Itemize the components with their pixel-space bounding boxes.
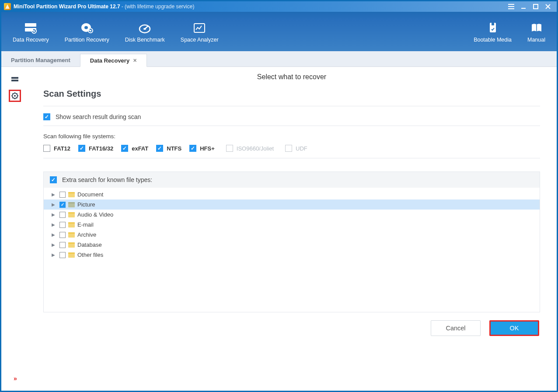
ribbon-label: Space Analyzer: [181, 37, 219, 43]
fs-item-fat16-32: FAT16/32: [78, 145, 113, 152]
space-analyzer-icon: [193, 22, 206, 34]
file-types-panel: Extra search for known file types: ▶Docu…: [43, 172, 540, 312]
fs-item-exfat: exFAT: [121, 145, 148, 152]
svg-rect-12: [11, 77, 18, 79]
close-icon[interactable]: [544, 3, 551, 10]
show-result-row: Show search result during scan: [43, 113, 540, 120]
menu-icon[interactable]: [508, 3, 515, 10]
svg-point-15: [14, 95, 16, 97]
chevron-right-icon[interactable]: ▶: [52, 212, 57, 217]
ribbon-disk-benchmark[interactable]: Disk Benchmark: [117, 18, 173, 45]
fs-item-ntfs: NTFS: [156, 145, 181, 152]
tab-label: Data Recovery: [90, 57, 129, 64]
folder-icon: [68, 212, 75, 217]
sidebar-expand-icon[interactable]: »: [14, 375, 16, 382]
chevron-right-icon[interactable]: ▶: [52, 222, 57, 227]
fs-label-text: ISO9660/Joliet: [237, 145, 274, 152]
extra-search-checkbox[interactable]: [50, 176, 57, 183]
tree-label: Picture: [77, 201, 95, 208]
app-logo-icon: [4, 3, 11, 10]
fs-checkbox[interactable]: [156, 145, 163, 152]
minimize-icon[interactable]: [520, 3, 527, 10]
tree-checkbox[interactable]: [59, 252, 66, 258]
fs-section-label: Scan following file systems:: [43, 133, 540, 140]
fs-checkbox: [285, 145, 292, 152]
divider: [43, 126, 540, 126]
ribbon-data-recovery[interactable]: Data Recovery: [5, 18, 57, 45]
folder-icon: [68, 252, 75, 258]
tree-label: Other files: [77, 252, 103, 258]
ribbon-space-analyzer[interactable]: Space Analyzer: [173, 18, 227, 45]
folder-icon: [68, 202, 75, 207]
show-result-checkbox[interactable]: [43, 113, 50, 120]
tab-partition-management[interactable]: Partition Management: [1, 53, 80, 66]
tree-checkbox[interactable]: [59, 192, 66, 198]
content-pane: Select what to recover Scan Settings Sho…: [28, 67, 557, 391]
tree-label: Document: [77, 191, 103, 198]
manual-icon: [530, 22, 543, 34]
ribbon-partition-recovery[interactable]: Partition Recovery: [57, 18, 117, 45]
maximize-icon[interactable]: [532, 3, 539, 10]
tree-row-other-files[interactable]: ▶Other files: [44, 250, 540, 260]
fs-label-text: NTFS: [167, 145, 181, 152]
chevron-right-icon[interactable]: ▶: [52, 242, 57, 247]
app-window: MiniTool Partition Wizard Pro Ultimate 1…: [1, 1, 557, 391]
partition-recovery-icon: [80, 22, 94, 34]
tab-data-recovery[interactable]: Data Recovery ✕: [80, 54, 147, 67]
chevron-right-icon[interactable]: ▶: [52, 192, 57, 197]
tree-checkbox[interactable]: [59, 222, 66, 228]
bootable-media-icon: [486, 22, 499, 34]
chevron-right-icon[interactable]: ▶: [52, 232, 57, 237]
tree-checkbox[interactable]: [59, 212, 66, 218]
cancel-button[interactable]: Cancel: [431, 320, 481, 336]
fs-checkbox[interactable]: [121, 145, 128, 152]
fs-checkbox[interactable]: [189, 145, 196, 152]
show-result-label: Show search result during scan: [56, 113, 141, 120]
fs-item-iso9660: ISO9660/Joliet: [226, 145, 274, 152]
folder-icon: [68, 242, 75, 248]
left-sidebar: »: [1, 67, 28, 391]
data-recovery-icon: [24, 22, 37, 34]
svg-rect-1: [25, 23, 36, 27]
sidebar-drive-icon[interactable]: [9, 73, 21, 85]
tree-checkbox[interactable]: [59, 232, 66, 238]
file-types-tree: ▶Document ▶Picture ▶Audio & Video ▶E-mai…: [44, 188, 540, 312]
tree-row-archive[interactable]: ▶Archive: [44, 230, 540, 240]
tab-close-icon[interactable]: ✕: [133, 58, 137, 63]
tree-label: E-mail: [77, 221, 94, 228]
tree-row-document[interactable]: ▶Document: [44, 189, 540, 200]
sidebar-settings-icon[interactable]: [9, 90, 21, 102]
extra-search-label: Extra search for known file types:: [62, 176, 152, 183]
tree-checkbox[interactable]: [59, 202, 66, 208]
tabbar: Partition Management Data Recovery ✕: [1, 51, 557, 67]
tree-checkbox[interactable]: [59, 242, 66, 248]
fs-item-fat12: FAT12: [43, 145, 70, 152]
fs-label-text: FAT16/32: [89, 145, 113, 152]
divider: [43, 106, 540, 106]
fs-item-hfs: HFS+: [189, 145, 215, 152]
fs-checkbox[interactable]: [43, 145, 50, 152]
fs-checkbox: [226, 145, 233, 152]
ribbon-manual[interactable]: Manual: [520, 18, 553, 45]
ribbon-toolbar: Data Recovery Partition Recovery Disk Be…: [1, 12, 557, 51]
file-types-header: Extra search for known file types:: [44, 172, 540, 188]
tree-label: Database: [77, 242, 102, 248]
svg-rect-0: [534, 4, 538, 9]
fs-checkbox[interactable]: [78, 145, 85, 152]
tree-row-audio-video[interactable]: ▶Audio & Video: [44, 210, 540, 220]
ribbon-label: Bootable Media: [474, 37, 512, 43]
svg-rect-11: [492, 23, 494, 25]
folder-icon: [68, 192, 75, 197]
tree-row-picture[interactable]: ▶Picture: [44, 200, 540, 210]
window-controls: [508, 3, 557, 10]
body: » Select what to recover Scan Settings S…: [1, 67, 557, 391]
ribbon-bootable-media[interactable]: Bootable Media: [466, 18, 520, 45]
chevron-right-icon[interactable]: ▶: [52, 202, 57, 207]
chevron-right-icon[interactable]: ▶: [52, 252, 57, 257]
tree-row-email[interactable]: ▶E-mail: [44, 220, 540, 230]
ribbon-label: Partition Recovery: [65, 37, 109, 43]
ok-button[interactable]: OK: [489, 320, 539, 336]
svg-rect-13: [11, 80, 18, 81]
fs-label-text: FAT12: [54, 145, 70, 152]
tree-row-database[interactable]: ▶Database: [44, 240, 540, 250]
